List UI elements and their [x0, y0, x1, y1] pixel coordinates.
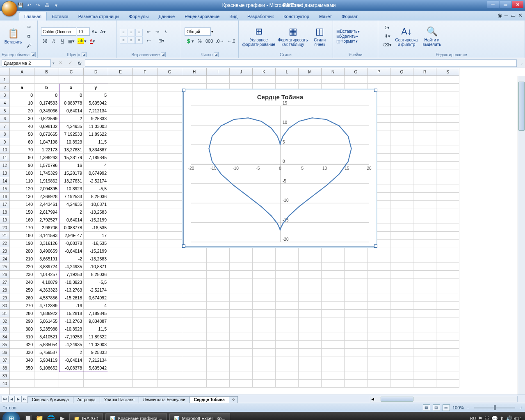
new-sheet-button[interactable]: ✧ — [229, 396, 238, 403]
cell[interactable]: 250 — [10, 286, 34, 294]
cell[interactable]: b — [34, 84, 59, 91]
cell[interactable] — [390, 130, 413, 138]
cell[interactable]: 15,28179 — [59, 169, 84, 177]
cell[interactable]: 230 — [10, 271, 34, 278]
cell[interactable] — [436, 302, 459, 310]
cell[interactable]: 1,919862 — [34, 177, 59, 185]
cell[interactable] — [253, 380, 276, 388]
vertical-scrollbar[interactable] — [518, 76, 525, 395]
tray-icon[interactable]: 💬 — [491, 415, 498, 420]
cell[interactable] — [436, 255, 459, 263]
cell[interactable] — [299, 317, 322, 325]
restore-workbook-icon[interactable]: ▭ — [511, 12, 516, 18]
cell[interactable] — [368, 271, 390, 278]
cell[interactable] — [345, 380, 368, 388]
cell[interactable] — [345, 364, 368, 372]
cell[interactable]: 2,443461 — [34, 201, 59, 208]
align-top-center-button[interactable]: ≡ — [128, 29, 135, 36]
cell[interactable]: -15,2199 — [84, 216, 108, 224]
first-sheet-button[interactable]: ⏮ — [2, 396, 8, 402]
cell[interactable] — [108, 294, 133, 302]
find-select-button[interactable]: 🔍Найти и выделить — [420, 26, 444, 47]
cell[interactable] — [276, 364, 299, 372]
cell[interactable] — [230, 294, 253, 302]
cell[interactable] — [322, 325, 345, 333]
merge-button[interactable]: ⊞▾ — [153, 37, 169, 45]
cell[interactable] — [390, 201, 413, 208]
cell[interactable] — [253, 286, 276, 294]
cell[interactable] — [182, 380, 207, 388]
cell[interactable] — [158, 107, 182, 115]
cell[interactable] — [413, 154, 436, 162]
cell[interactable] — [133, 208, 158, 216]
cell[interactable]: a — [10, 84, 34, 91]
cell[interactable]: 13,27631 — [59, 177, 84, 185]
cell[interactable] — [133, 224, 158, 232]
cell[interactable] — [158, 294, 182, 302]
cell[interactable] — [436, 380, 459, 388]
align-bottom-center-button[interactable]: ≡ — [128, 37, 135, 44]
cell[interactable] — [436, 130, 459, 138]
cell[interactable] — [276, 271, 299, 278]
cell[interactable] — [299, 349, 322, 356]
cell[interactable] — [299, 278, 322, 286]
row-header[interactable]: 8 — [0, 130, 9, 138]
cell[interactable] — [158, 325, 182, 333]
cell[interactable] — [322, 356, 345, 364]
format-cells-button[interactable]: ◫ Формат ▾ — [336, 39, 360, 43]
cell[interactable] — [368, 317, 390, 325]
cell[interactable] — [133, 76, 158, 84]
column-header[interactable]: L — [276, 68, 299, 76]
cell[interactable] — [322, 341, 345, 349]
cell[interactable] — [207, 325, 230, 333]
cell[interactable]: 3,316126 — [34, 240, 59, 247]
cell[interactable] — [207, 76, 230, 84]
taskbar-app-button[interactable]: 📊Красивые графики ... — [105, 413, 167, 420]
column-header[interactable]: C — [59, 68, 84, 76]
cell[interactable] — [108, 271, 133, 278]
cell[interactable]: 4,363323 — [34, 286, 59, 294]
cell[interactable] — [158, 154, 182, 162]
cell[interactable] — [133, 138, 158, 146]
clock[interactable]: 9:14 — [514, 416, 522, 420]
cell[interactable] — [322, 278, 345, 286]
cell[interactable] — [390, 154, 413, 162]
cell[interactable]: 3,141593 — [34, 232, 59, 240]
cell[interactable] — [276, 349, 299, 356]
cell[interactable] — [158, 278, 182, 286]
cell[interactable] — [253, 333, 276, 341]
enter-formula-icon[interactable]: ✓ — [66, 59, 74, 67]
cell[interactable] — [436, 240, 459, 247]
cell[interactable] — [182, 310, 207, 317]
cell[interactable] — [390, 286, 413, 294]
cell[interactable] — [230, 271, 253, 278]
cell[interactable]: 160 — [10, 216, 34, 224]
cell[interactable]: 10 — [10, 99, 34, 107]
cell[interactable] — [390, 138, 413, 146]
cell[interactable] — [108, 356, 133, 364]
cell[interactable] — [158, 91, 182, 99]
cell[interactable]: 240 — [10, 278, 34, 286]
cell[interactable]: 220 — [10, 263, 34, 271]
cell[interactable] — [158, 185, 182, 193]
cell[interactable] — [322, 286, 345, 294]
column-header[interactable]: F — [133, 68, 158, 76]
cell[interactable] — [253, 76, 276, 84]
cell[interactable] — [253, 263, 276, 271]
cell[interactable]: 300 — [10, 325, 34, 333]
cell[interactable] — [299, 356, 322, 364]
cell[interactable] — [390, 162, 413, 169]
row-header[interactable]: 38 — [0, 364, 9, 372]
cell[interactable] — [253, 302, 276, 310]
cell[interactable] — [182, 271, 207, 278]
cell[interactable] — [158, 380, 182, 388]
chart-object[interactable]: Сердце Тобина -20-15-10-5051015-20-15-10… — [183, 90, 376, 247]
cell[interactable] — [108, 380, 133, 388]
cell[interactable] — [322, 364, 345, 372]
cell[interactable] — [322, 317, 345, 325]
cell[interactable]: 5,934119 — [34, 356, 59, 364]
cell[interactable]: 5,410521 — [34, 333, 59, 341]
cell[interactable] — [133, 333, 158, 341]
cell[interactable] — [182, 317, 207, 325]
cell[interactable] — [390, 169, 413, 177]
